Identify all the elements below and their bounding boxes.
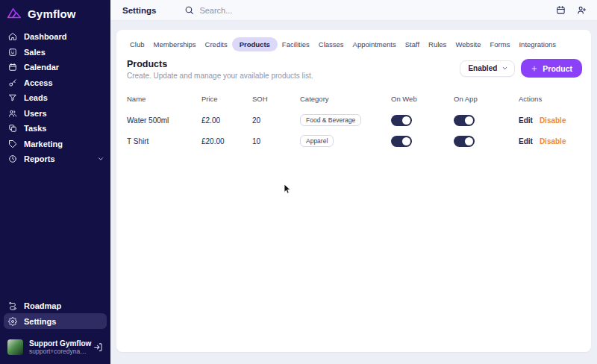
gymflow-logo-icon	[6, 5, 22, 22]
sidebar-item-roadmap[interactable]: Roadmap	[4, 298, 107, 313]
product-soh: 20	[252, 116, 300, 125]
topbar: Settings	[110, 0, 597, 21]
on-app-toggle[interactable]	[454, 115, 475, 126]
on-app-toggle[interactable]	[454, 136, 475, 147]
tab-credits[interactable]: Credits	[201, 38, 232, 51]
sidebar-item-settings[interactable]: Settings	[4, 313, 107, 329]
column-header-price: Price	[201, 95, 252, 103]
search-icon	[184, 5, 194, 15]
tasks-icon	[8, 124, 17, 133]
tab-facilities[interactable]: Facilities	[278, 38, 314, 51]
edit-link[interactable]: Edit	[519, 116, 533, 125]
column-header-soh: SOH	[252, 95, 300, 103]
product-price: £20.00	[201, 137, 252, 145]
on-web-toggle[interactable]	[391, 115, 412, 126]
settings-card: ClubMembershipsCreditsProductsFacilities…	[116, 30, 591, 352]
disable-link[interactable]: Disable	[540, 116, 566, 125]
add-product-label: Product	[543, 64, 572, 73]
disable-link[interactable]: Disable	[540, 137, 566, 145]
sidebar-item-leads[interactable]: Leads	[0, 90, 110, 106]
sidebar-nav: Dashboard Sales Calendar Access Leads Us…	[0, 29, 110, 167]
roadmap-icon	[8, 301, 17, 310]
clock-icon	[8, 154, 17, 163]
toggle-knob	[465, 137, 473, 145]
user-plus-icon[interactable]	[577, 5, 587, 15]
status-filter-value: Enabled	[468, 64, 497, 72]
tab-rules[interactable]: Rules	[424, 38, 451, 51]
search-input[interactable]	[199, 6, 348, 15]
product-name: T Shirt	[127, 137, 201, 145]
add-product-button[interactable]: Product	[521, 59, 582, 78]
global-search[interactable]	[184, 5, 556, 15]
products-table: NamePriceSOHCategoryOn WebOn AppActions …	[127, 92, 582, 151]
tab-memberships[interactable]: Memberships	[149, 38, 201, 51]
profile-name: Support Gymflow	[29, 339, 87, 348]
tab-products[interactable]: Products	[232, 37, 278, 51]
app-window: Gymflow Dashboard Sales Calendar Access …	[0, 0, 597, 364]
column-header-category: Category	[300, 95, 391, 103]
column-header-on-app: On App	[454, 95, 519, 103]
chevron-down-icon	[97, 155, 104, 163]
app-name: Gymflow	[28, 7, 76, 20]
sidebar-nav-bottom: Roadmap Settings	[0, 298, 110, 332]
calendar-icon	[8, 63, 17, 72]
edit-link[interactable]: Edit	[519, 137, 533, 145]
users-icon	[8, 109, 17, 118]
gear-icon	[8, 317, 17, 326]
settings-tabs: ClubMembershipsCreditsProductsFacilities…	[125, 37, 584, 51]
logo[interactable]: Gymflow	[0, 0, 110, 26]
category-badge: Apparel	[300, 135, 334, 147]
on-web-toggle[interactable]	[391, 136, 412, 147]
main-area: Settings ClubMembershipsCreditsProductsF…	[110, 0, 597, 364]
sidebar-item-reports[interactable]: Reports	[0, 151, 110, 167]
tab-club[interactable]: Club	[125, 38, 149, 51]
tab-integrations[interactable]: Integrations	[514, 38, 560, 51]
sidebar-item-calendar[interactable]: Calendar	[0, 60, 110, 75]
table-header-row: NamePriceSOHCategoryOn WebOn AppActions	[127, 92, 582, 105]
sales-icon	[8, 48, 17, 57]
tag-icon	[8, 139, 17, 148]
plus-icon	[531, 65, 538, 72]
status-filter-select[interactable]: Enabled	[460, 60, 515, 77]
column-header-on-web: On Web	[391, 95, 454, 103]
tab-staff[interactable]: Staff	[401, 38, 424, 51]
product-soh: 10	[252, 137, 300, 145]
tab-website[interactable]: Website	[451, 38, 485, 51]
table-row: Water 500ml £2.00 20 Food & Beverage Edi…	[127, 110, 582, 131]
content: ClubMembershipsCreditsProductsFacilities…	[110, 21, 597, 364]
tab-classes[interactable]: Classes	[314, 38, 348, 51]
table-body: Water 500ml £2.00 20 Food & Beverage Edi…	[127, 110, 582, 151]
profile-email: support+coredynamics@g...	[29, 348, 87, 355]
calendar-shortcut-icon[interactable]	[556, 5, 566, 15]
chevron-down-icon	[501, 65, 508, 72]
sidebar-item-marketing[interactable]: Marketing	[0, 136, 110, 152]
avatar	[7, 339, 23, 355]
page-title: Products	[127, 59, 313, 69]
table-row: T Shirt £20.00 10 Apparel Edit Disable	[127, 131, 582, 151]
page-subtitle: Create. Update and manage your available…	[127, 72, 313, 80]
product-name: Water 500ml	[127, 116, 201, 125]
toggle-knob	[402, 137, 410, 145]
key-icon	[8, 78, 17, 87]
sidebar: Gymflow Dashboard Sales Calendar Access …	[0, 0, 110, 364]
column-header-name: Name	[127, 95, 201, 103]
logout-icon[interactable]	[93, 342, 103, 352]
column-header-actions: Actions	[519, 95, 582, 103]
tab-forms[interactable]: Forms	[486, 38, 515, 51]
sidebar-item-dashboard[interactable]: Dashboard	[0, 29, 110, 45]
funnel-icon	[8, 93, 17, 102]
page-head: Products Create. Update and manage your …	[127, 59, 582, 80]
product-price: £2.00	[201, 116, 252, 125]
sidebar-item-sales[interactable]: Sales	[0, 45, 110, 60]
category-badge: Food & Beverage	[300, 114, 361, 126]
topbar-title: Settings	[122, 6, 156, 15]
sidebar-item-access[interactable]: Access	[0, 75, 110, 91]
toggle-knob	[465, 116, 473, 125]
toggle-knob	[402, 116, 410, 125]
profile-row[interactable]: Support Gymflow support+coredynamics@g..…	[0, 332, 110, 364]
sidebar-item-tasks[interactable]: Tasks	[0, 121, 110, 136]
tab-appointments[interactable]: Appointments	[348, 38, 401, 51]
sidebar-item-users[interactable]: Users	[0, 106, 110, 122]
home-icon	[8, 32, 17, 41]
